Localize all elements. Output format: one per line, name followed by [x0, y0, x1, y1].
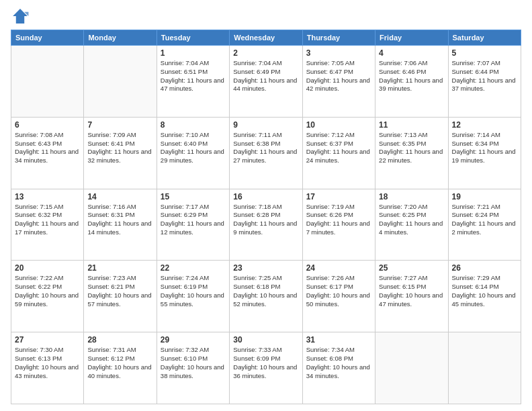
day-number: 18 [379, 192, 444, 201]
day-number: 9 [233, 120, 298, 130]
cell-info: Sunrise: 7:07 AM Sunset: 6:44 PM Dayligh… [452, 59, 517, 93]
cell-info: Sunrise: 7:19 AM Sunset: 6:26 PM Dayligh… [306, 203, 371, 237]
svg-marker-0 [13, 9, 28, 24]
day-number: 11 [379, 120, 444, 130]
cell-info: Sunrise: 7:26 AM Sunset: 6:17 PM Dayligh… [306, 274, 371, 308]
day-number: 6 [15, 120, 80, 130]
calendar-table: SundayMondayTuesdayWednesdayThursdayFrid… [11, 30, 521, 404]
cell-info: Sunrise: 7:14 AM Sunset: 6:34 PM Dayligh… [452, 131, 517, 165]
calendar-cell: 4Sunrise: 7:06 AM Sunset: 6:46 PM Daylig… [375, 46, 448, 118]
page: SundayMondayTuesdayWednesdayThursdayFrid… [0, 0, 532, 411]
calendar-cell: 13Sunrise: 7:15 AM Sunset: 6:32 PM Dayli… [11, 189, 84, 261]
calendar-cell: 17Sunrise: 7:19 AM Sunset: 6:26 PM Dayli… [302, 189, 375, 261]
calendar-cell: 14Sunrise: 7:16 AM Sunset: 6:31 PM Dayli… [84, 189, 157, 261]
week-row-2: 13Sunrise: 7:15 AM Sunset: 6:32 PM Dayli… [11, 189, 521, 261]
cell-info: Sunrise: 7:12 AM Sunset: 6:37 PM Dayligh… [306, 131, 371, 165]
day-header-sunday: Sunday [11, 30, 84, 46]
day-header-tuesday: Tuesday [157, 30, 229, 46]
day-number: 1 [161, 48, 226, 58]
day-number: 7 [87, 120, 152, 130]
day-header-monday: Monday [84, 30, 157, 46]
day-number: 20 [15, 263, 80, 273]
cell-info: Sunrise: 7:04 AM Sunset: 6:51 PM Dayligh… [161, 59, 226, 93]
cell-info: Sunrise: 7:10 AM Sunset: 6:40 PM Dayligh… [161, 131, 226, 165]
day-number: 3 [306, 48, 371, 58]
cell-info: Sunrise: 7:09 AM Sunset: 6:41 PM Dayligh… [87, 131, 152, 165]
day-number: 31 [306, 335, 371, 345]
cell-info: Sunrise: 7:21 AM Sunset: 6:24 PM Dayligh… [452, 203, 517, 237]
cell-info: Sunrise: 7:27 AM Sunset: 6:15 PM Dayligh… [379, 274, 444, 308]
cell-info: Sunrise: 7:25 AM Sunset: 6:18 PM Dayligh… [233, 274, 298, 308]
cell-info: Sunrise: 7:20 AM Sunset: 6:25 PM Dayligh… [379, 203, 444, 237]
cell-info: Sunrise: 7:31 AM Sunset: 6:12 PM Dayligh… [87, 346, 152, 380]
week-row-3: 20Sunrise: 7:22 AM Sunset: 6:22 PM Dayli… [11, 261, 521, 332]
calendar-cell: 11Sunrise: 7:13 AM Sunset: 6:35 PM Dayli… [375, 117, 448, 189]
calendar-cell: 27Sunrise: 7:30 AM Sunset: 6:13 PM Dayli… [11, 332, 84, 404]
cell-info: Sunrise: 7:05 AM Sunset: 6:47 PM Dayligh… [306, 59, 371, 93]
logo-icon [11, 7, 30, 26]
calendar-cell: 2Sunrise: 7:04 AM Sunset: 6:49 PM Daylig… [230, 46, 302, 118]
day-header-wednesday: Wednesday [230, 30, 302, 46]
week-row-1: 6Sunrise: 7:08 AM Sunset: 6:43 PM Daylig… [11, 117, 521, 189]
day-number: 8 [161, 120, 226, 130]
day-number: 26 [452, 263, 517, 273]
week-row-4: 27Sunrise: 7:30 AM Sunset: 6:13 PM Dayli… [11, 332, 521, 404]
day-number: 12 [452, 120, 517, 130]
cell-info: Sunrise: 7:16 AM Sunset: 6:31 PM Dayligh… [87, 203, 152, 237]
calendar-cell: 19Sunrise: 7:21 AM Sunset: 6:24 PM Dayli… [448, 189, 521, 261]
cell-info: Sunrise: 7:23 AM Sunset: 6:21 PM Dayligh… [87, 274, 152, 308]
calendar-cell: 20Sunrise: 7:22 AM Sunset: 6:22 PM Dayli… [11, 261, 84, 332]
cell-info: Sunrise: 7:30 AM Sunset: 6:13 PM Dayligh… [15, 346, 80, 380]
calendar-cell: 25Sunrise: 7:27 AM Sunset: 6:15 PM Dayli… [375, 261, 448, 332]
day-number: 4 [379, 48, 444, 58]
cell-info: Sunrise: 7:33 AM Sunset: 6:09 PM Dayligh… [233, 346, 298, 380]
calendar-cell: 18Sunrise: 7:20 AM Sunset: 6:25 PM Dayli… [375, 189, 448, 261]
day-number: 21 [87, 263, 152, 273]
cell-info: Sunrise: 7:08 AM Sunset: 6:43 PM Dayligh… [15, 131, 80, 165]
calendar-cell: 21Sunrise: 7:23 AM Sunset: 6:21 PM Dayli… [84, 261, 157, 332]
cell-info: Sunrise: 7:13 AM Sunset: 6:35 PM Dayligh… [379, 131, 444, 165]
cell-info: Sunrise: 7:18 AM Sunset: 6:28 PM Dayligh… [233, 203, 298, 237]
day-number: 30 [233, 335, 298, 345]
calendar-cell: 15Sunrise: 7:17 AM Sunset: 6:29 PM Dayli… [157, 189, 229, 261]
day-number: 29 [161, 335, 226, 345]
day-header-friday: Friday [375, 30, 448, 46]
calendar-cell [448, 332, 521, 404]
day-number: 13 [15, 192, 80, 201]
cell-info: Sunrise: 7:34 AM Sunset: 6:08 PM Dayligh… [306, 346, 371, 380]
calendar-cell: 29Sunrise: 7:32 AM Sunset: 6:10 PM Dayli… [157, 332, 229, 404]
day-number: 22 [161, 263, 226, 273]
calendar-cell: 8Sunrise: 7:10 AM Sunset: 6:40 PM Daylig… [157, 117, 229, 189]
calendar-cell: 26Sunrise: 7:29 AM Sunset: 6:14 PM Dayli… [448, 261, 521, 332]
cell-info: Sunrise: 7:29 AM Sunset: 6:14 PM Dayligh… [452, 274, 517, 308]
day-number: 14 [87, 192, 152, 201]
calendar-cell: 1Sunrise: 7:04 AM Sunset: 6:51 PM Daylig… [157, 46, 229, 118]
day-number: 27 [15, 335, 80, 345]
calendar-cell [84, 46, 157, 118]
calendar-cell: 3Sunrise: 7:05 AM Sunset: 6:47 PM Daylig… [302, 46, 375, 118]
day-number: 23 [233, 263, 298, 273]
calendar-cell: 6Sunrise: 7:08 AM Sunset: 6:43 PM Daylig… [11, 117, 84, 189]
cell-info: Sunrise: 7:32 AM Sunset: 6:10 PM Dayligh… [161, 346, 226, 380]
cell-info: Sunrise: 7:04 AM Sunset: 6:49 PM Dayligh… [233, 59, 298, 93]
header [11, 7, 521, 26]
calendar-cell: 24Sunrise: 7:26 AM Sunset: 6:17 PM Dayli… [302, 261, 375, 332]
calendar-cell [375, 332, 448, 404]
calendar-cell: 30Sunrise: 7:33 AM Sunset: 6:09 PM Dayli… [230, 332, 302, 404]
cell-info: Sunrise: 7:06 AM Sunset: 6:46 PM Dayligh… [379, 59, 444, 93]
day-number: 17 [306, 192, 371, 201]
calendar-header-row: SundayMondayTuesdayWednesdayThursdayFrid… [11, 30, 521, 46]
day-number: 24 [306, 263, 371, 273]
calendar-cell: 23Sunrise: 7:25 AM Sunset: 6:18 PM Dayli… [230, 261, 302, 332]
cell-info: Sunrise: 7:15 AM Sunset: 6:32 PM Dayligh… [15, 203, 80, 237]
day-number: 15 [161, 192, 226, 201]
logo [11, 7, 31, 26]
day-number: 25 [379, 263, 444, 273]
calendar-cell: 9Sunrise: 7:11 AM Sunset: 6:38 PM Daylig… [230, 117, 302, 189]
cell-info: Sunrise: 7:24 AM Sunset: 6:19 PM Dayligh… [161, 274, 226, 308]
calendar-cell: 16Sunrise: 7:18 AM Sunset: 6:28 PM Dayli… [230, 189, 302, 261]
day-number: 19 [452, 192, 517, 201]
cell-info: Sunrise: 7:17 AM Sunset: 6:29 PM Dayligh… [161, 203, 226, 237]
day-number: 2 [233, 48, 298, 58]
day-header-thursday: Thursday [302, 30, 375, 46]
